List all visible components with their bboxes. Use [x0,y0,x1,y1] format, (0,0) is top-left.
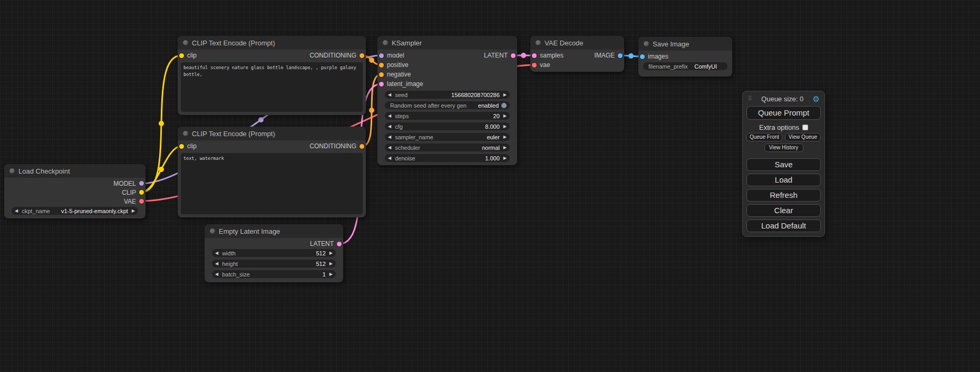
decrement-arrow-icon[interactable]: ◀ [388,114,391,118]
decrement-arrow-icon[interactable]: ◀ [215,251,218,255]
decrement-arrow-icon[interactable]: ◀ [15,209,18,213]
vae-input-dot[interactable] [532,63,537,68]
decrement-arrow-icon[interactable]: ◀ [388,146,391,150]
increment-arrow-icon[interactable]: ▶ [132,209,135,213]
output-slot-latent[interactable]: LATENT [310,240,343,247]
model-output-dot[interactable] [139,181,144,186]
node-clip-text-encode-positive[interactable]: CLIP Text Encode (Prompt) clip CONDITION… [178,36,366,115]
collapse-dot-icon[interactable] [9,168,15,174]
decrement-arrow-icon[interactable]: ◀ [388,93,391,97]
save-image-title-bar[interactable]: Save Image [638,37,732,51]
negative-prompt-textarea[interactable]: text, watermark [181,153,363,214]
sampler-name-widget[interactable]: ◀ sampler_name euler ▶ [385,133,510,141]
output-slot-image[interactable]: IMAGE [594,52,624,59]
increment-arrow-icon[interactable]: ▶ [329,272,333,276]
input-slot-negative[interactable]: negative [377,71,411,78]
decrement-arrow-icon[interactable]: ◀ [215,272,218,276]
view-queue-button[interactable]: View Queue [785,133,821,141]
collapse-dot-icon[interactable] [210,228,215,234]
collapse-dot-icon[interactable] [536,40,541,45]
image-output-dot[interactable] [618,53,623,58]
queue-prompt-button[interactable]: Queue Prompt [746,106,821,120]
node-clip-text-encode-negative[interactable]: CLIP Text Encode (Prompt) clip CONDITION… [178,127,366,217]
decrement-arrow-icon[interactable]: ◀ [388,125,391,129]
increment-arrow-icon[interactable]: ▶ [503,135,507,139]
latent-output-dot[interactable] [511,53,516,58]
input-slot-images[interactable]: images [638,53,668,60]
output-slot-conditioning[interactable]: CONDITIONING [309,142,366,150]
denoise-widget[interactable]: ◀ denoise 1.000 ▶ [385,154,510,162]
output-slot-clip[interactable]: CLIP [122,189,145,196]
load-default-button[interactable]: Load Default [746,220,821,232]
load-checkpoint-title-bar[interactable]: Load Checkpoint [4,164,145,178]
extra-options-checkbox[interactable] [802,125,808,130]
load-button[interactable]: Load [746,174,821,186]
input-slot-clip[interactable]: clip [178,52,197,59]
clip-text-encode-title-bar[interactable]: CLIP Text Encode (Prompt) [178,36,366,50]
increment-arrow-icon[interactable]: ▶ [503,114,507,118]
graph-canvas[interactable]: Load Checkpoint MODEL CLIP VAE [0,0,980,372]
conditioning-output-dot[interactable] [360,144,364,149]
positive-prompt-textarea[interactable]: beautiful scenery nature glass bottle la… [181,62,363,112]
input-slot-latent-image[interactable]: latent_image [377,80,423,88]
queue-front-button[interactable]: Queue Front [746,133,782,141]
input-slot-samples[interactable]: samples [530,52,564,59]
node-vae-decode[interactable]: VAE Decode samples IMAGE vae [530,36,624,72]
output-slot-conditioning[interactable]: CONDITIONING [309,52,366,59]
view-history-button[interactable]: View History [764,144,803,152]
input-slot-model[interactable]: model [377,52,404,59]
node-ksampler[interactable]: KSampler model LATENT positive [377,36,517,165]
filename-prefix-widget[interactable]: filename_prefix ComfyUI [643,62,727,70]
ksampler-title-bar[interactable]: KSampler [377,36,517,50]
settings-gear-icon[interactable]: ⚙ [813,95,820,103]
latent-output-dot[interactable] [337,242,342,246]
height-widget[interactable]: ◀ height 512 ▶ [212,260,336,268]
node-save-image[interactable]: Save Image images filename_prefix ComfyU… [638,37,732,77]
samples-input-dot[interactable] [532,53,537,58]
empty-latent-title-bar[interactable]: Empty Latent Image [205,224,343,238]
collapse-dot-icon[interactable] [644,41,649,46]
width-widget[interactable]: ◀ width 512 ▶ [212,249,336,257]
decrement-arrow-icon[interactable]: ◀ [388,156,391,160]
positive-input-dot[interactable] [379,63,384,68]
toggle-knob-icon[interactable] [501,103,507,108]
save-button[interactable]: Save [746,158,821,171]
input-slot-clip[interactable]: clip [178,142,197,150]
clip-input-dot[interactable] [179,53,184,58]
images-input-dot[interactable] [640,54,645,59]
input-slot-vae[interactable]: vae [530,61,550,69]
clip-input-dot[interactable] [179,144,184,149]
collapse-dot-icon[interactable] [383,40,388,45]
increment-arrow-icon[interactable]: ▶ [503,156,507,160]
collapse-dot-icon[interactable] [183,40,188,45]
vae-decode-title-bar[interactable]: VAE Decode [530,36,624,50]
cfg-widget[interactable]: ◀ cfg 8.000 ▶ [385,122,510,130]
batch-size-widget[interactable]: ◀ batch_size 1 ▶ [212,270,336,278]
increment-arrow-icon[interactable]: ▶ [329,262,333,266]
increment-arrow-icon[interactable]: ▶ [503,93,507,97]
ckpt-name-widget[interactable]: ◀ ckpt_name v1-5-pruned-emaonly.ckpt ▶ [12,207,138,215]
drag-handle-icon[interactable]: ⠿ [748,95,752,102]
increment-arrow-icon[interactable]: ▶ [503,125,507,129]
seed-widget[interactable]: ◀ seed 156680208700286 ▶ [385,91,510,99]
increment-arrow-icon[interactable]: ▶ [329,251,333,255]
conditioning-output-dot[interactable] [360,53,364,58]
clip-output-dot[interactable] [139,190,144,195]
random-seed-toggle-widget[interactable]: Random seed after every gen enabled [385,101,510,109]
refresh-button[interactable]: Refresh [746,189,821,202]
increment-arrow-icon[interactable]: ▶ [503,146,507,150]
steps-widget[interactable]: ◀ steps 20 ▶ [385,112,510,120]
input-slot-positive[interactable]: positive [377,61,409,69]
output-slot-latent[interactable]: LATENT [484,52,517,59]
negative-input-dot[interactable] [379,72,384,77]
decrement-arrow-icon[interactable]: ◀ [215,262,218,266]
scheduler-widget[interactable]: ◀ scheduler normal ▶ [385,144,510,151]
latent-image-input-dot[interactable] [379,82,384,87]
decrement-arrow-icon[interactable]: ◀ [388,135,391,139]
node-empty-latent-image[interactable]: Empty Latent Image LATENT ◀ width 512 ▶ … [205,224,343,282]
clear-button[interactable]: Clear [746,204,821,217]
output-slot-model[interactable]: MODEL [113,180,145,187]
model-input-dot[interactable] [379,53,384,58]
collapse-dot-icon[interactable] [183,131,188,136]
output-slot-vae[interactable]: VAE [124,198,145,205]
